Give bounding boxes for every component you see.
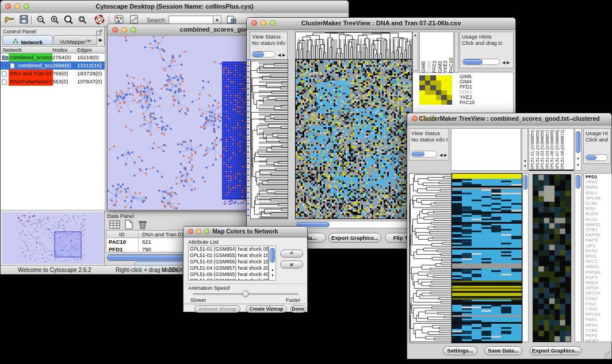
scroll-left-icon[interactable]: ◀ bbox=[278, 53, 281, 57]
heatmap-column-label[interactable]: GPL51-08 (GSM872) bbox=[560, 129, 565, 171]
heatmap-column-label[interactable]: GPL51-06 (GSM865) bbox=[550, 129, 554, 171]
heatmap-canvas[interactable] bbox=[452, 173, 522, 343]
scrollbar-thumb[interactable] bbox=[586, 155, 596, 160]
column-area-vscrollbar[interactable]: ▲ ▼ bbox=[522, 128, 528, 171]
search-dropdown-button[interactable]: ▼ bbox=[213, 16, 221, 24]
gene-list-item[interactable]: RNR4 bbox=[586, 185, 611, 190]
done-button[interactable]: Done bbox=[290, 305, 306, 313]
tab-vizmapper[interactable]: VizMapper™ bbox=[53, 35, 97, 45]
gene-list-item[interactable]: PEP5 bbox=[586, 333, 611, 338]
gene-list-item[interactable]: ELG1 bbox=[586, 217, 611, 222]
scroll-left-icon[interactable]: ◀ bbox=[439, 153, 442, 157]
gene-list-item[interactable]: CLN1 bbox=[586, 201, 611, 206]
network-overview-canvas[interactable] bbox=[2, 212, 104, 264]
scroll-up-icon[interactable]: ▲ bbox=[523, 159, 527, 163]
view-status-scrollbar[interactable] bbox=[251, 51, 276, 58]
gene-list-item[interactable]: RPN1 bbox=[586, 323, 611, 328]
gene-list-item[interactable]: MSI1 bbox=[586, 254, 611, 259]
heatmap-column-label[interactable]: GPL51-07 (GSM868) bbox=[555, 129, 560, 171]
slider-thumb[interactable] bbox=[242, 290, 249, 297]
resize-grip[interactable] bbox=[604, 351, 611, 358]
scrollbar-thumb[interactable] bbox=[576, 175, 580, 189]
heatmap-column-label[interactable]: GIM3 bbox=[438, 33, 443, 73]
column-dendrogram-area[interactable] bbox=[451, 128, 521, 171]
attribute-list[interactable]: GPL51-01 (GSM854) heat shock 05 minGPL51… bbox=[188, 246, 269, 281]
labels-vscrollbar[interactable]: ▲ ▼ bbox=[575, 128, 582, 171]
heatmap-vscrollbar[interactable] bbox=[522, 173, 529, 342]
gene-list-item[interactable]: SEC1 bbox=[586, 259, 611, 264]
scroll-down-icon[interactable]: ▼ bbox=[576, 163, 580, 167]
heatmap-column-label[interactable]: PFD1 bbox=[432, 33, 437, 73]
heatmap-column-label[interactable]: PAC10 bbox=[449, 33, 454, 73]
open-file-icon[interactable] bbox=[4, 15, 16, 25]
col-header-edges[interactable]: Edges bbox=[77, 47, 92, 53]
dialog-title-bar[interactable]: Map Colors to Network bbox=[183, 227, 307, 237]
treeview2-title-bar[interactable]: ClusterMaker TreeView : combined_scores_… bbox=[407, 113, 611, 125]
col-header-network[interactable]: Network bbox=[3, 47, 22, 53]
view-status-scrollbar[interactable] bbox=[411, 151, 437, 158]
gene-list-item[interactable]: FIG4 bbox=[586, 301, 611, 306]
selected-cluster-heatmap-canvas[interactable] bbox=[533, 174, 571, 342]
gene-list-item[interactable]: MON2 bbox=[586, 338, 611, 342]
scroll-right-icon[interactable]: ▶ bbox=[507, 60, 510, 64]
animation-speed-slider[interactable] bbox=[193, 293, 299, 295]
network-row[interactable]: DNA and Tran 07769(0)183728(0) bbox=[1, 70, 105, 78]
scroll-up-icon[interactable]: ▲ bbox=[414, 33, 417, 37]
attribute-list-item[interactable]: GPL51-03 (GSM856) heat shock 15 min bbox=[190, 259, 268, 265]
treeview1-title-bar[interactable]: ClusterMaker TreeView : DNA and Tran 07-… bbox=[247, 18, 515, 30]
network-row[interactable]: combined_sco2569(6)13112(15) bbox=[1, 62, 105, 70]
scrollbar-thumb[interactable] bbox=[412, 152, 424, 156]
heatmap-column-label[interactable]: GPL51-01 (GSM854) bbox=[530, 129, 535, 171]
gene-list-item[interactable]: MSL1 bbox=[586, 190, 611, 196]
usage-hints-scrollbar[interactable] bbox=[585, 154, 608, 161]
tab-network[interactable]: Network bbox=[2, 35, 53, 45]
gene-list-item[interactable]: TCB3 bbox=[586, 328, 611, 333]
gene-list-item[interactable]: HRD3 bbox=[586, 280, 611, 285]
gene-list-item[interactable]: YRA1 bbox=[586, 179, 611, 185]
heatmap-column-label[interactable]: GIM4 bbox=[427, 33, 432, 73]
save-data-button[interactable]: Save Data... bbox=[484, 346, 522, 355]
gene-list-item[interactable]: MAK31 bbox=[586, 222, 611, 227]
gene-list-item[interactable]: GPI16 bbox=[586, 285, 611, 290]
scroll-right-icon[interactable]: ▶ bbox=[444, 153, 447, 157]
network-row[interactable]: combined_scores2764(0)16218(0) bbox=[1, 53, 105, 62]
heatmap-column-label[interactable]: YKE2 bbox=[443, 33, 448, 73]
scroll-down-icon[interactable]: ▼ bbox=[271, 274, 274, 278]
move-down-button[interactable]: v bbox=[280, 260, 303, 269]
network-row[interactable]: RNAPuberNov2+563(0)107847(0) bbox=[1, 78, 105, 86]
scroll-up-icon[interactable]: ▲ bbox=[271, 268, 274, 272]
main-title-bar[interactable]: Cytoscape Desktop (Session Name: collins… bbox=[1, 1, 349, 14]
create-vizmap-button[interactable]: Create Vizmap bbox=[246, 305, 287, 313]
attribute-list-vscrollbar[interactable]: ▲ ▼ bbox=[269, 246, 276, 281]
heatmap-vscrollbar[interactable]: ▲ bbox=[412, 32, 418, 71]
gene-list-item[interactable]: GTB1 bbox=[586, 227, 611, 232]
export-graphics-button[interactable]: Export Graphics... bbox=[530, 346, 582, 355]
scrollbar-thumb[interactable] bbox=[523, 175, 527, 190]
row-value[interactable]: 790 bbox=[142, 246, 151, 252]
attribute-list-item[interactable]: GPL51-06 (GSM865) heat shock 40 min bbox=[190, 271, 268, 278]
heatmap-row-label[interactable]: PAC10 bbox=[460, 100, 488, 105]
help-lifesaver-icon[interactable] bbox=[94, 14, 105, 25]
zoom-selected-icon[interactable] bbox=[76, 15, 88, 25]
zoom-in-icon[interactable] bbox=[49, 15, 60, 25]
gene-list-item[interactable]: VIP1 bbox=[586, 243, 611, 248]
similarity-matrix[interactable] bbox=[419, 75, 452, 105]
heatmap-canvas[interactable] bbox=[295, 59, 412, 219]
settings-button[interactable]: Settings... bbox=[443, 346, 477, 355]
gene-list-item[interactable]: PHO81 bbox=[586, 270, 611, 275]
gene-list-item[interactable]: BUD4 bbox=[586, 211, 611, 216]
row-dendrogram-canvas[interactable] bbox=[409, 173, 452, 343]
save-icon[interactable] bbox=[18, 15, 30, 25]
attribute-list-item[interactable]: GPL51-02 (GSM855) heat shock 10 min bbox=[190, 252, 268, 259]
gene-list-item[interactable]: NIS1 bbox=[586, 206, 611, 211]
scroll-left-icon[interactable]: ◀ bbox=[502, 60, 505, 64]
animate-vizmap-button[interactable]: Animate Vizmap bbox=[194, 305, 240, 313]
gene-list-item[interactable]: CPA2 bbox=[586, 296, 611, 301]
gene-list-vscrollbar[interactable] bbox=[575, 173, 582, 342]
data-col-id[interactable]: ID bbox=[119, 231, 125, 237]
scrollbar-thumb[interactable] bbox=[463, 59, 483, 64]
row-id[interactable]: PFD1 bbox=[109, 246, 123, 252]
attribute-list-item[interactable]: GPL51-07 (GSM868) heat shock 60 min bbox=[190, 278, 268, 281]
gene-list-item[interactable]: HAP3 bbox=[586, 237, 611, 243]
heatmap-column-label[interactable]: GPL51-03 (GSM856) bbox=[540, 129, 545, 171]
